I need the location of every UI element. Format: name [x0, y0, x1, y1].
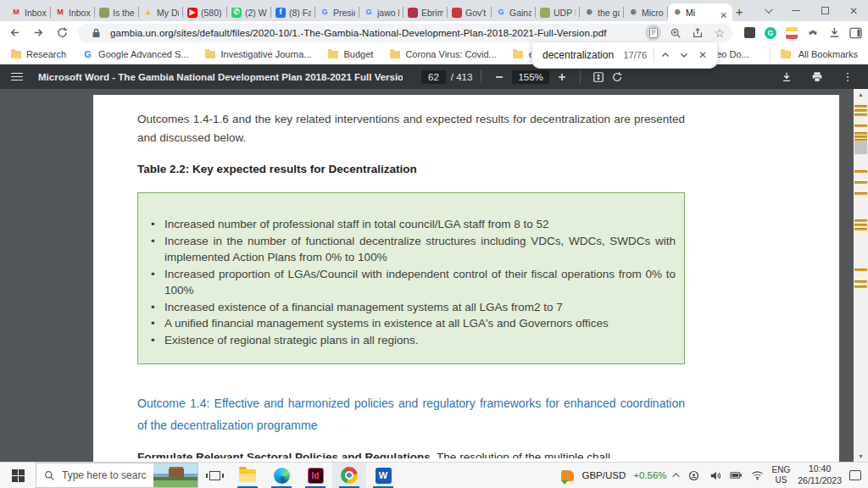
taskbar-search-input[interactable]: Type here to search [36, 463, 198, 488]
zoom-icon[interactable] [668, 25, 683, 41]
tab-title: Gainak [509, 8, 531, 18]
tab-title: UDP N [554, 8, 576, 18]
globe-icon: ⊕ [584, 8, 594, 18]
search-placeholder: Type here to search [62, 469, 147, 481]
browser-tab[interactable]: G Gainak [492, 3, 536, 21]
browser-tab[interactable]: Gov't C [448, 3, 492, 21]
bookmark-star-icon[interactable]: ☆ [712, 25, 727, 41]
bookmark-item[interactable]: Corona Virus: Covid... [389, 49, 496, 59]
hidden-icons-chevron[interactable] [672, 473, 679, 480]
find-input[interactable]: decentralization [542, 49, 616, 61]
meet-now-icon[interactable] [687, 469, 701, 482]
bookmarks-divider [770, 48, 771, 60]
browser-tab[interactable]: ▶ (580) c [183, 3, 227, 21]
pdf-toolbar: Microsoft Word - The Gambia National Dev… [0, 64, 868, 89]
browser-tab[interactable]: ✆ (2) Wha [227, 3, 271, 21]
bookmark-label: Corona Virus: Covid... [405, 49, 496, 59]
word-icon: W [376, 468, 392, 484]
minimize-button[interactable] [782, 0, 810, 21]
language-indicator[interactable]: ENG US [772, 465, 791, 486]
tab-close-icon[interactable]: ✕ [719, 10, 728, 21]
downloads-icon[interactable] [827, 26, 841, 40]
omnibox[interactable]: gambia.un.org/sites/default/files/2020-1… [78, 24, 732, 42]
extensions-puzzle-icon[interactable] [806, 26, 820, 40]
padlock-icon[interactable] [88, 25, 103, 41]
maximize-button[interactable] [810, 0, 839, 21]
scrollbar-thumb[interactable] [854, 141, 867, 154]
browser-tab[interactable]: UDP N [536, 3, 580, 21]
notification-center-icon[interactable] [849, 470, 861, 480]
currency-pair[interactable]: GBP/USD [581, 470, 626, 480]
zoom-in-icon[interactable] [553, 68, 571, 86]
start-button[interactable] [0, 463, 36, 488]
browser-tab[interactable]: G Preside [315, 3, 359, 21]
browser-tab[interactable]: ▲ My Dri [139, 3, 183, 21]
tab-list: M Inbox - M Inbox ( Is the L ▲ My Dri [0, 0, 732, 21]
screenshot-extension-icon[interactable] [743, 26, 756, 40]
covid-extension-icon[interactable] [785, 26, 798, 40]
browser-tab[interactable]: Ebrima [403, 3, 448, 21]
bookmark-item[interactable]: Budget [328, 49, 374, 59]
browser-tab[interactable]: f (8) Face [271, 3, 315, 21]
key-result-item: Increased number of professional staff i… [149, 216, 676, 233]
volume-icon[interactable] [709, 469, 722, 482]
screen: M Inbox - M Inbox ( Is the L ▲ My Dri [0, 0, 868, 488]
browser-tab[interactable]: M Inbox - [7, 3, 51, 21]
tab-title: Is the L [113, 8, 135, 18]
edge-button[interactable] [264, 463, 298, 488]
all-bookmarks[interactable]: All Bookmarks [770, 48, 858, 60]
chrome-icon [341, 467, 358, 484]
zoom-out-icon[interactable] [490, 68, 509, 86]
tab-search-chevron-icon[interactable] [753, 0, 782, 21]
pdf-more-options-icon[interactable]: ⋮ [838, 68, 857, 86]
bookmark-item[interactable]: G Google Advanced S... [82, 49, 188, 59]
find-previous-icon[interactable] [656, 46, 675, 64]
wifi-icon[interactable] [751, 469, 765, 482]
share-icon[interactable] [690, 25, 705, 41]
task-view-button[interactable] [198, 463, 231, 488]
taskbar: Type here to search Id W GBP/USD +0.56% [0, 462, 868, 488]
indesign-button[interactable]: Id [298, 463, 332, 488]
facebook-icon: f [275, 8, 286, 18]
browser-tab[interactable]: Is the L [95, 3, 139, 21]
clock[interactable]: 10:40 26/11/2023 [798, 463, 842, 486]
tab-title: jawo ba [377, 8, 399, 18]
find-close-icon[interactable]: ✕ [693, 46, 712, 64]
search-highlight-image[interactable] [153, 463, 198, 488]
pdf-viewport[interactable]: Outcomes 1.4-1.6 and the key related int… [0, 89, 868, 462]
close-button[interactable]: ✕ [839, 0, 868, 21]
bookmark-item[interactable]: Research [10, 49, 66, 59]
page-number-input[interactable]: 62 [421, 70, 446, 84]
find-match-mark [854, 170, 867, 173]
folder-icon [205, 51, 215, 58]
find-next-icon[interactable] [675, 46, 693, 64]
battery-icon[interactable] [730, 469, 743, 482]
scroll-up-icon[interactable]: ▲ [854, 89, 868, 100]
currency-change[interactable]: +0.56% [633, 470, 666, 480]
back-icon[interactable] [7, 25, 22, 41]
word-button[interactable]: W [366, 463, 400, 488]
browser-tab[interactable]: ⊕ the gar [580, 3, 624, 21]
bookmark-item[interactable]: Investigative Journa... [205, 49, 312, 59]
tab-title: Ebrima [421, 8, 443, 18]
browser-tab[interactable]: M Inbox ( [51, 3, 95, 21]
reload-icon[interactable] [54, 25, 70, 41]
file-explorer-button[interactable] [231, 463, 264, 488]
pdf-download-icon[interactable] [777, 68, 796, 86]
scroll-down-icon[interactable]: ▼ [854, 451, 868, 462]
pdf-print-icon[interactable] [808, 68, 826, 86]
forward-icon[interactable] [31, 25, 46, 41]
rotate-icon[interactable] [608, 68, 626, 86]
chrome-button[interactable] [332, 463, 366, 488]
find-in-page-active-icon[interactable] [645, 25, 661, 41]
pdf-scrollbar[interactable]: ▲ [854, 89, 868, 462]
side-panel-icon[interactable] [849, 26, 862, 40]
browser-tab[interactable]: G jawo ba [359, 3, 403, 21]
pdf-menu-icon[interactable] [11, 73, 23, 81]
grammarly-icon[interactable]: G [764, 26, 777, 40]
zoom-level[interactable]: 155% [512, 70, 548, 84]
currency-widget-icon[interactable] [561, 470, 574, 481]
find-divider [654, 48, 654, 63]
browser-tab[interactable]: ⊕ Micros [624, 3, 668, 21]
fit-to-page-icon[interactable] [589, 68, 608, 86]
